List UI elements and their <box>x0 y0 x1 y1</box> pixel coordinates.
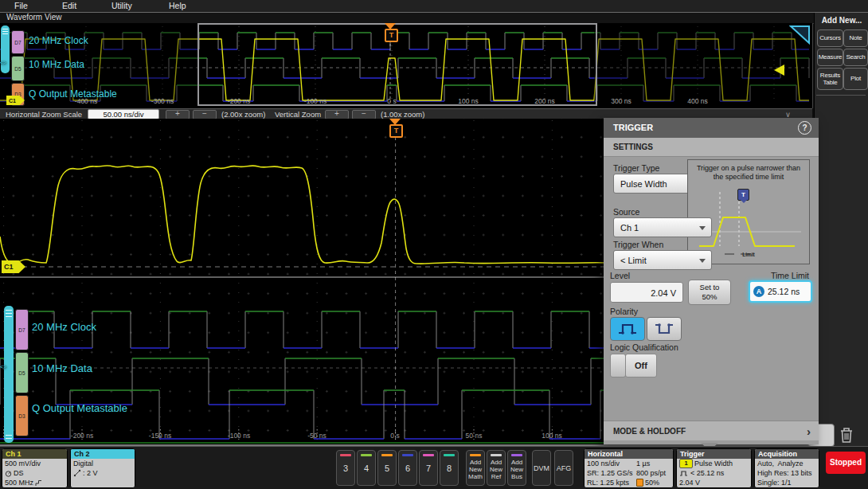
add-new-ref-button[interactable]: Add New Ref <box>487 450 506 486</box>
diagram-flag-pointer <box>741 200 747 203</box>
main-label-q: Q Output Metastable <box>32 402 127 414</box>
level-label: Level <box>610 271 630 280</box>
channel-6-button[interactable]: 6 <box>398 450 417 486</box>
afg-button[interactable]: AFG <box>554 450 573 486</box>
trigger-when-dropdown[interactable]: < Limit <box>613 250 712 270</box>
trigger-settings-panel: TRIGGER ? SETTINGS Trigger Type Pulse Wi… <box>604 118 819 444</box>
results-table-button[interactable]: Results Table <box>817 68 843 90</box>
time-limit-input[interactable]: A 25.12 ns <box>749 280 812 303</box>
trigger-description-box: Trigger on a pulse narrower than the spe… <box>687 159 810 264</box>
ov-axis-label: -300 ns <box>151 97 174 105</box>
logic-toggle-value[interactable]: Off <box>625 354 657 378</box>
chip-d7-main[interactable]: D7 <box>15 309 29 350</box>
chevron-down-icon <box>699 226 706 230</box>
h-zoom-scale-label: Horizontal Zoom Scale <box>6 110 82 119</box>
main-axis-label: -150 ns <box>149 432 171 440</box>
chevron-down-icon <box>699 259 706 263</box>
polarity-positive-button[interactable] <box>610 317 645 341</box>
settings-tab[interactable]: SETTINGS <box>604 138 819 157</box>
ov-axis-label: 100 ns <box>458 97 479 105</box>
chip-d5[interactable]: D5 <box>11 56 25 81</box>
main-axis-label: 100 ns <box>542 432 562 440</box>
ov-axis-label: 400 ns <box>687 97 708 105</box>
stopped-button[interactable]: Stopped <box>826 452 866 474</box>
dvm-button[interactable]: DVM <box>532 450 551 486</box>
trash-button[interactable] <box>836 424 857 445</box>
chip-d5-main[interactable]: D5 <box>15 352 29 393</box>
note-button[interactable]: Note <box>843 29 868 47</box>
channel-5-button[interactable]: 5 <box>377 450 397 486</box>
waveform-view-tab[interactable]: Waveform View <box>0 13 868 24</box>
channel-3-button[interactable]: 3 <box>336 450 355 486</box>
main-label-clock: 20 MHz Clock <box>32 321 96 333</box>
source-label: Source <box>613 207 639 217</box>
chevron-right-icon: › <box>807 421 811 441</box>
horizontal-badge[interactable]: Horizontal 100 ns/div1 µs SR: 1.25 GS/s8… <box>584 448 674 488</box>
set-to-50-button[interactable]: Set to 50% <box>688 280 731 305</box>
source-1-chip: 1 <box>679 459 693 468</box>
source-dropdown[interactable]: Ch 1 <box>613 217 712 237</box>
add-new-title: Add New... <box>815 13 868 25</box>
menu-utility[interactable]: Utility <box>111 1 132 10</box>
trash-icon <box>841 428 852 442</box>
v-zoom-label: Vertical Zoom <box>275 110 321 119</box>
add-new-math-button[interactable]: Add New Math <box>466 450 485 486</box>
collapse-toggle-icon[interactable]: <> <box>0 60 6 65</box>
bottom-bar: Ch 1 500 mV/div DS 500 MHz Ch 2 Digital … <box>0 446 868 489</box>
overview-label-data: 10 MHz Data <box>29 59 84 70</box>
ov-axis-label: -100 ns <box>304 97 326 105</box>
menu-help[interactable]: Help <box>169 1 186 10</box>
mode-holdoff-row[interactable]: MODE & HOLDOFF › <box>604 421 819 440</box>
logic-qualification-label: Logic Qualification <box>610 342 678 352</box>
measure-button[interactable]: Measure <box>817 49 843 66</box>
offscreen-trigger-arrow-icon <box>774 65 784 76</box>
bandwidth-icon <box>35 479 42 487</box>
trigger-marker-flag-overview[interactable]: T <box>385 29 398 42</box>
trigger-marker-flag-main[interactable]: T <box>389 124 403 138</box>
search-button[interactable]: Search <box>843 49 868 66</box>
digital-group-handle[interactable] <box>4 306 14 443</box>
overview-label-q: Q Output Metastable <box>29 88 117 100</box>
level-input[interactable]: 2.04 V <box>610 282 683 303</box>
time-limit-label: Time Limit <box>771 271 809 280</box>
collapse-toggle-icon-main[interactable]: <> <box>0 364 6 370</box>
chip-d3-main[interactable]: D3 <box>15 395 29 436</box>
trigger-desc-line2: the specified time limit <box>688 173 809 181</box>
polarity-label: Polarity <box>610 307 638 316</box>
add-new-bus-button[interactable]: Add New Bus <box>507 450 526 486</box>
waveform-overview[interactable]: <> D7 D5 D3 20 MHz Clock 10 MHz Data Q O… <box>0 23 813 108</box>
main-axis-label: -50 ns <box>307 432 326 440</box>
overview-dim-right <box>594 23 812 103</box>
diagram-limit-label: Limit <box>729 252 768 257</box>
channel-7-button[interactable]: 7 <box>419 450 438 486</box>
negative-pulse-icon <box>653 322 675 336</box>
plot-button[interactable]: Plot <box>843 68 868 90</box>
zoom-mode-icon[interactable] <box>789 25 811 45</box>
chip-d7[interactable]: D7 <box>11 30 25 54</box>
add-new-panel: Add New... Cursors Note Measure Search R… <box>814 13 868 446</box>
main-axis-label: 50 ns <box>466 432 483 440</box>
ov-axis-label: 200 ns <box>534 97 555 105</box>
polarity-negative-button[interactable] <box>647 317 682 341</box>
main-axis-label: 0 s <box>390 432 399 440</box>
trigger-badge[interactable]: Trigger 1Pulse Width < 25.12 ns 2.04 V <box>676 448 752 488</box>
help-icon[interactable]: ? <box>798 121 811 135</box>
ov-axis-label: 0 s <box>387 97 396 105</box>
cursors-button[interactable]: Cursors <box>817 29 843 47</box>
ch2-badge[interactable]: Ch 2 Digital : 2 V <box>70 448 135 488</box>
logic-toggle-knob[interactable] <box>610 354 626 378</box>
waveform-view-title: Waveform View <box>6 13 61 22</box>
ch1-badge[interactable]: Ch 1 500 mV/div DS 500 MHz <box>2 448 68 488</box>
menu-bar: File Edit Utility Help <box>0 0 868 13</box>
trigger-type-label: Trigger Type <box>613 163 659 173</box>
acquisition-badge[interactable]: Acquisition Auto, Analyze High Res: 13 b… <box>754 448 819 488</box>
menu-file[interactable]: File <box>14 1 28 10</box>
h-zoom-factor: (2.00x zoom) <box>221 110 265 119</box>
channel-8-button[interactable]: 8 <box>440 450 459 486</box>
overview-label-clock: 20 MHz Clock <box>29 35 88 46</box>
positive-pulse-icon <box>616 322 639 336</box>
analog-group-handle[interactable] <box>1 25 10 73</box>
menu-edit[interactable]: Edit <box>62 1 76 10</box>
diagram-trigger-flag: T <box>737 189 749 201</box>
channel-4-button[interactable]: 4 <box>357 450 376 486</box>
